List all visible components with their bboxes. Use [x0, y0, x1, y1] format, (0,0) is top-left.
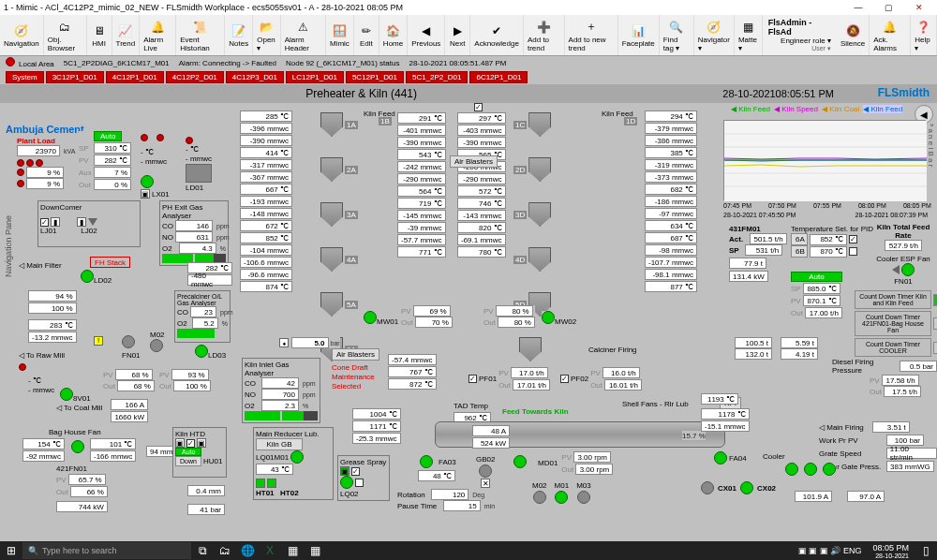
window-controls: — ▢ ✕ [844, 3, 933, 12]
silence-icon: 🔕 [844, 22, 861, 39]
user-role[interactable]: Engineer role ▾ [781, 37, 831, 45]
toolbar-nav2[interactable]: 🧭Navigator ▾ [694, 15, 735, 55]
ld03-fan-icon[interactable] [195, 345, 208, 358]
tab-4c12p3_d01[interactable]: 4C12P3_D01 [226, 71, 284, 83]
edge-icon[interactable]: 🌐 [236, 544, 259, 557]
cdt-kiln-btn[interactable]: C [933, 294, 937, 306]
explorer-icon[interactable]: 🗂 [214, 544, 236, 557]
clock[interactable]: 08:05 PM28-10-2021 [867, 543, 915, 559]
toolbar-trend[interactable]: 📈Trend [112, 15, 141, 55]
excel-icon[interactable]: X [259, 544, 281, 557]
toolbar-prev[interactable]: ◀Previous [408, 15, 445, 55]
ld02-fan-icon[interactable] [81, 270, 94, 283]
tab-4c12p1_d01[interactable]: 4C12P1_D01 [106, 71, 164, 83]
taskbar-search[interactable]: 🔍 Type here to search [22, 542, 191, 559]
pid-6a[interactable]: 6A [791, 233, 808, 245]
eventhist-icon: 📜 [192, 19, 209, 36]
toolbar-next[interactable]: ▶Next [445, 15, 470, 55]
mimic-header: Preheater & Kiln (441) 28-10-202108:05:5… [0, 84, 937, 103]
toolbar-alarmlive[interactable]: 🔔Alarm Live [140, 15, 176, 55]
toolbar-silence[interactable]: 🔕Silence [837, 15, 870, 55]
toolbar-hmi[interactable]: 🖥HMI [87, 15, 112, 55]
tab-5c1_2p2_d01[interactable]: 5C1_2P2_D01 [406, 71, 468, 83]
bv01-fan-icon[interactable] [60, 388, 73, 401]
htd-down[interactable]: Down [175, 456, 201, 466]
ackalm-icon: 🔔 [882, 19, 899, 36]
app-icon[interactable]: ▦ [281, 544, 304, 557]
sa-out: 0 % [94, 179, 131, 190]
pct-a: 9 % [26, 167, 64, 178]
toolbar-ack[interactable]: ✔Acknowledge [470, 15, 524, 55]
kiln-htd-title: Kiln HTD [175, 430, 224, 438]
tab-lc12p1_d01[interactable]: LC12P1_D01 [286, 71, 344, 83]
addtrend-icon: ➕ [535, 19, 552, 36]
air-blasters-btn[interactable]: Air Blasters [450, 155, 498, 168]
user-sub[interactable]: User ▾ [811, 45, 831, 52]
toolbar-alarmhdr[interactable]: ⚠Alarm Header [281, 15, 326, 55]
toolbar-addnew[interactable]: ＋Add to new trend [565, 15, 618, 55]
toolbar-ackalm[interactable]: 🔔Ack. Alarms [870, 15, 911, 55]
task-view-icon[interactable]: ⧉ [191, 544, 214, 557]
show-desktop[interactable]: ▯ [915, 544, 937, 557]
close-button[interactable]: ✕ [905, 3, 933, 12]
tab-system[interactable]: System [6, 71, 44, 83]
cdt-bhf: Count Down Timer 421FN01-Bag House Fan [855, 311, 931, 336]
minimize-button[interactable]: — [844, 3, 872, 12]
fa03-icon[interactable] [420, 455, 433, 468]
kiln-top-check[interactable] [474, 103, 483, 111]
cdt-bhf-btn[interactable]: C [933, 317, 937, 330]
feed-towards-kiln: Feed Towards Kiln [502, 407, 569, 416]
phex-no: 631 [175, 231, 213, 243]
esp-auto[interactable]: Auto [791, 272, 842, 282]
main-filter-label[interactable]: ◁ Main Filter [19, 261, 62, 270]
to-raw-mill[interactable]: ◁ To Raw Mill [19, 351, 65, 360]
warn-icon[interactable]: ! [94, 336, 103, 346]
tab-4c12p2_d01[interactable]: 4C12P2_D01 [166, 71, 224, 83]
air-blasters-btn2[interactable]: Air Blasters [332, 348, 379, 361]
baghouse-fan-icon[interactable] [71, 440, 84, 453]
start-button[interactable]: ⊞ [0, 544, 22, 557]
lx01-box[interactable]: ▣ [141, 189, 150, 199]
feed-ctl-title: 431FM01 [729, 225, 787, 233]
tray-icons[interactable]: ▣ ▣ ▣ 🔊 ENG [793, 546, 868, 555]
string-a-auto[interactable]: Auto [94, 131, 122, 141]
fan-icon[interactable] [141, 175, 154, 188]
toolbar-home[interactable]: 🏠Home [379, 15, 408, 55]
toolbar-help[interactable]: ❓Help ▾ [911, 15, 937, 55]
feed-rpm: 77.9 t [729, 258, 766, 269]
app2-icon[interactable]: ▦ [304, 544, 326, 557]
user-name: FlsAdmin - FlsAd [768, 18, 831, 37]
m-green-icon[interactable] [513, 455, 527, 468]
matte-icon: ▦ [739, 19, 756, 36]
cdt-cooler-btn[interactable]: C [933, 342, 937, 354]
toolbar-nav[interactable]: 🧭Navigation [0, 15, 44, 55]
toolbar-obj[interactable]: 🗂Obj. Browser [44, 15, 87, 55]
fn01-icon[interactable] [122, 335, 135, 348]
toolbar-findtag[interactable]: 🔍Find tag ▾ [660, 15, 694, 55]
gb02-icon[interactable] [479, 464, 492, 478]
pid-6b[interactable]: 6B [791, 245, 808, 258]
toolbar-edit[interactable]: ✏Edit [354, 15, 379, 55]
toolbar-matte[interactable]: ▦Matte ▾ [735, 15, 763, 55]
toolbar-notes[interactable]: 📝Notes [225, 15, 253, 55]
mw01-icon[interactable] [364, 311, 377, 324]
maximize-button[interactable]: ▢ [874, 3, 902, 12]
mw02-icon[interactable] [542, 311, 555, 324]
fh-stack[interactable]: FH Stack [95, 258, 126, 267]
toolbar-addtrend[interactable]: ➕Add to trend [524, 15, 565, 55]
toolbar-mimic[interactable]: 🪟Mimic [326, 15, 354, 55]
main-firing[interactable]: ◁ Main Firing [819, 423, 864, 432]
user-box[interactable]: FlsAdmin - FlsAd Engineer role ▾ User ▾ [763, 15, 837, 55]
chk-lj01[interactable] [40, 218, 49, 227]
toolbar-open[interactable]: 📂Open ▾ [253, 15, 281, 55]
kiln-gb-btn[interactable]: Kiln GB [256, 438, 303, 450]
trend-graph[interactable] [723, 120, 926, 200]
toolbar-eventhist[interactable]: 📜Event Historian [176, 15, 225, 55]
tab-5c12p1_d01[interactable]: 5C12P1_D01 [346, 71, 404, 83]
toolbar-faceplate[interactable]: 📊Faceplate [618, 15, 660, 55]
sa-sp[interactable]: 310 ℃ [94, 142, 131, 154]
tab-6c12p1_d01[interactable]: 6C12P1_D01 [469, 71, 528, 83]
tab-3c12p1_d01[interactable]: 3C12P1_D01 [46, 71, 104, 83]
to-coal-mill[interactable]: ◁ To Coal Mill [56, 404, 102, 412]
m02-icon[interactable] [150, 339, 163, 352]
